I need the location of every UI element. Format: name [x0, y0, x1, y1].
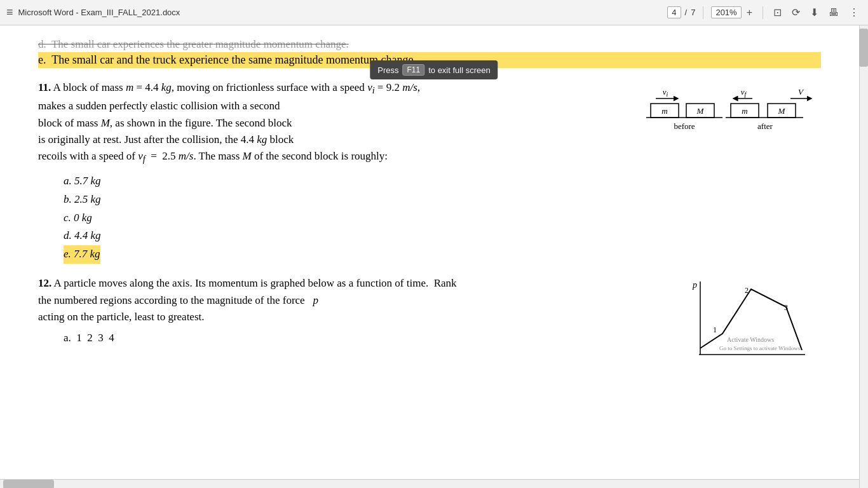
separator-1 — [703, 6, 703, 19]
svg-text:m: m — [661, 106, 667, 116]
svg-text:M: M — [778, 106, 786, 116]
q12-number: 12. — [38, 277, 51, 289]
choice-e: e. 7.7 kg — [64, 245, 100, 264]
q12-graph: p 2 3 1 Activate Windows Go to Settings … — [681, 275, 821, 367]
page-separator: / — [685, 8, 688, 17]
menu-icon[interactable]: ≡ — [6, 6, 13, 19]
choice-b: b. 2.5 kg — [64, 191, 630, 209]
svg-text:M: M — [696, 106, 705, 116]
q12-text-block: 12. A particle moves along the axis. Its… — [38, 275, 675, 344]
zoom-plus[interactable]: + — [744, 6, 755, 20]
more-icon[interactable]: ⋮ — [846, 5, 862, 20]
choice-a: a. 5.7 kg — [64, 172, 630, 191]
q11-choices: a. 5.7 kg b. 2.5 kg c. 0 kg d. 4.4 kg e.… — [64, 172, 630, 264]
question-11: 11. A block of mass m = 4.4 kg, moving o… — [38, 79, 821, 264]
question-12: 12. A particle moves along the axis. Its… — [38, 275, 821, 367]
svg-text:p: p — [692, 280, 697, 290]
q11-figure: vi m M — [643, 86, 821, 165]
q12-choices-partial: a. 1 2 3 4 — [64, 332, 675, 344]
toolbar-right: ⬇ 🖶 ⋮ — [808, 5, 862, 20]
scrollbar-bottom-thumb[interactable] — [3, 480, 54, 488]
svg-text:m: m — [742, 106, 747, 116]
press-label: Press — [377, 65, 398, 75]
separator-2 — [763, 6, 763, 19]
history-icon[interactable]: ⟳ — [789, 5, 803, 20]
fit-icon[interactable]: ⊡ — [771, 5, 784, 20]
tooltip-message: to exit full screen — [428, 65, 491, 75]
vertical-scrollbar[interactable] — [859, 25, 868, 488]
q11-text-block: 11. A block of mass m = 4.4 kg, moving o… — [38, 79, 630, 264]
app-title: Microsoft Word - Exam_III_FALL_2021.docx — [18, 8, 663, 17]
horizontal-scrollbar[interactable] — [0, 479, 859, 488]
page-info: 4 / 7 — [667, 6, 695, 18]
svg-text:vf: vf — [741, 87, 747, 98]
download-icon[interactable]: ⬇ — [808, 5, 821, 20]
zoom-controls: 201% + — [711, 6, 755, 20]
toolbar: ≡ Microsoft Word - Exam_III_FALL_2021.do… — [0, 0, 868, 25]
svg-text:Activate Windows: Activate Windows — [727, 336, 774, 343]
scrollbar-thumb[interactable] — [859, 29, 868, 67]
f11-key-badge: F11 — [403, 64, 425, 76]
print-icon[interactable]: 🖶 — [826, 6, 841, 20]
choice-c: c. 0 kg — [64, 209, 630, 227]
content-area: Press F11 to exit full screen d. The sma… — [0, 25, 868, 488]
momentum-graph: p 2 3 1 Activate Windows Go to Settings … — [681, 275, 808, 364]
document-page: d. The small car experiences the greate­… — [0, 25, 859, 479]
svg-text:after: after — [757, 121, 773, 131]
page-current: 4 — [667, 6, 681, 18]
q11-number: 11. — [38, 81, 51, 93]
svg-text:vi: vi — [663, 87, 668, 98]
fullscreen-tooltip: Press F11 to exit full screen — [370, 60, 498, 79]
svg-text:V: V — [798, 87, 804, 97]
collision-diagram: vi m M — [643, 86, 821, 162]
choice-d: d. 4.4 kg — [64, 227, 630, 245]
svg-text:before: before — [674, 121, 695, 131]
svg-text:1: 1 — [713, 325, 717, 334]
svg-text:Go to Settings to activate Win: Go to Settings to activate Windows. — [719, 345, 801, 351]
page-total: 7 — [691, 8, 695, 17]
zoom-value[interactable]: 201% — [711, 6, 741, 18]
partial-d-line: d. The small car experiences the greate­… — [38, 38, 821, 51]
